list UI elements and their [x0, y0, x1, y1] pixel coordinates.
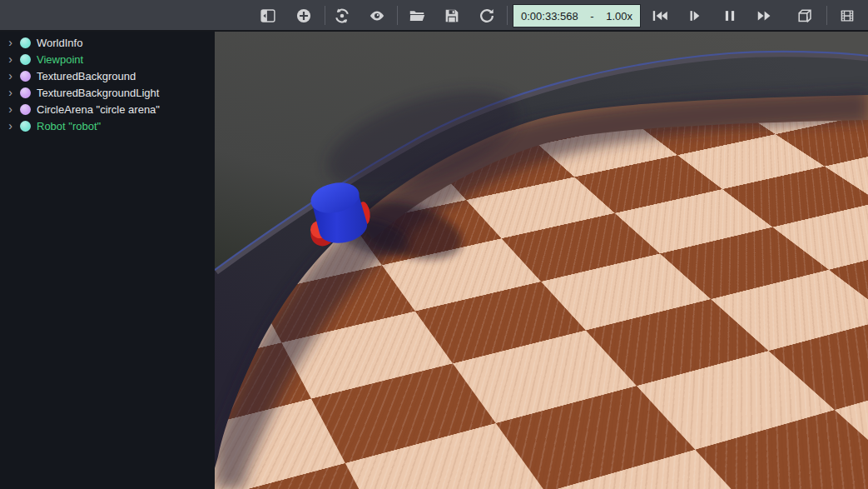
show-optional-rendering-button[interactable] — [365, 3, 389, 28]
simulation-speed: 1.00x — [606, 10, 632, 22]
simulation-time-display: 0:00:33:568 - 1.00x — [513, 4, 641, 27]
chevron-right-icon[interactable]: › — [7, 85, 14, 100]
step-button[interactable] — [683, 3, 707, 28]
tree-item-viewpoint[interactable]: › Viewpoint — [0, 51, 215, 67]
toolbar-separator — [325, 6, 325, 25]
restore-viewpoint-icon — [333, 7, 351, 25]
scene-tree-panel: › WorldInfo › Viewpoint › TexturedBackgr… — [0, 32, 215, 489]
tree-item-label: CircleArena "circle arena" — [37, 103, 160, 116]
main-toolbar: 0:00:33:568 - 1.00x — [0, 0, 868, 32]
hide-scene-tree-button[interactable] — [256, 3, 280, 28]
restore-viewpoint-button[interactable] — [330, 3, 354, 28]
node-dot-icon — [20, 37, 31, 48]
tree-item-label: TexturedBackground — [37, 70, 136, 82]
chevron-right-icon[interactable]: › — [7, 118, 14, 133]
tree-item-worldinfo[interactable]: › WorldInfo — [0, 34, 215, 51]
reload-world-button[interactable] — [475, 3, 498, 28]
arena-overlay — [215, 32, 868, 489]
node-dot-icon — [20, 71, 31, 82]
save-icon — [443, 7, 461, 25]
pause-button[interactable] — [718, 3, 742, 28]
toolbar-separator — [397, 6, 398, 25]
tree-item-texturedbackground[interactable]: › TexturedBackground — [0, 67, 215, 84]
film-strip-icon — [838, 7, 856, 25]
node-dot-icon — [20, 104, 31, 115]
reset-simulation-button[interactable] — [648, 3, 672, 28]
chevron-right-icon[interactable]: › — [7, 35, 14, 50]
add-node-button[interactable] — [292, 3, 315, 28]
tree-item-robot[interactable]: › Robot "robot" — [0, 117, 215, 134]
chevron-right-icon[interactable]: › — [7, 52, 14, 67]
pause-icon — [721, 7, 739, 25]
time-separator: - — [590, 10, 593, 22]
fast-forward-button[interactable] — [753, 3, 776, 28]
eye-icon — [368, 7, 386, 25]
node-dot-icon — [20, 121, 31, 132]
cube-icon — [796, 7, 814, 25]
toggle-rendering-button[interactable] — [793, 3, 816, 28]
save-world-button[interactable] — [440, 3, 464, 28]
node-dot-icon — [20, 87, 31, 98]
tree-item-circlearena[interactable]: › CircleArena "circle arena" — [0, 101, 215, 117]
main-area: › WorldInfo › Viewpoint › TexturedBackgr… — [0, 32, 868, 489]
tree-item-label: TexturedBackgroundLight — [37, 87, 159, 99]
tree-item-label: Robot "robot" — [37, 120, 101, 132]
toolbar-separator — [507, 6, 508, 25]
tree-item-label: WorldInfo — [37, 37, 82, 49]
hide-scene-tree-icon — [259, 7, 277, 25]
reload-icon — [478, 7, 496, 25]
webots-window: 0:00:33:568 - 1.00x — [0, 0, 868, 489]
plus-circle-icon — [295, 7, 313, 25]
3d-viewport[interactable] — [215, 32, 868, 489]
movie-recording-button[interactable] — [836, 3, 859, 28]
tree-item-label: Viewpoint — [37, 53, 83, 66]
node-dot-icon — [20, 54, 31, 65]
fast-forward-icon — [755, 7, 775, 25]
open-world-button[interactable] — [405, 3, 429, 28]
skip-to-start-icon — [650, 7, 670, 25]
toolbar-separator — [826, 6, 827, 25]
simulation-time: 0:00:33:568 — [521, 10, 578, 22]
chevron-right-icon[interactable]: › — [7, 68, 14, 83]
chevron-right-icon[interactable]: › — [7, 102, 14, 117]
tree-item-texturedbackgroundlight[interactable]: › TexturedBackgroundLight — [0, 84, 215, 101]
step-forward-icon — [686, 7, 704, 25]
open-folder-icon — [408, 7, 426, 25]
